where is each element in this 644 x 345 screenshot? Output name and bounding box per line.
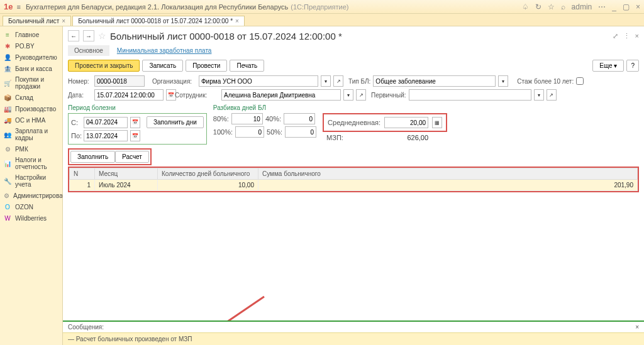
sidebar-item[interactable]: 🏦Банк и касса bbox=[0, 63, 62, 74]
sidebar-item[interactable]: 🛒Покупки и продажи bbox=[0, 74, 62, 92]
sidebar-item[interactable]: 🚚ОС и НМА bbox=[0, 114, 62, 126]
col-days[interactable]: Количество дней больничного bbox=[158, 168, 258, 180]
prim-dropdown-icon[interactable]: ▾ bbox=[534, 89, 544, 101]
type-dropdown-icon[interactable]: ▾ bbox=[498, 75, 508, 87]
p50-field[interactable] bbox=[285, 126, 316, 138]
to-cal-icon[interactable]: 📅 bbox=[130, 130, 140, 141]
sidebar-label: Банк и касса bbox=[15, 65, 52, 72]
minimize-icon[interactable]: _ bbox=[612, 3, 616, 11]
tab-doc-list[interactable]: Больничный лист × bbox=[3, 16, 71, 26]
print-button[interactable]: Печать bbox=[230, 60, 264, 72]
type-field[interactable] bbox=[373, 75, 496, 87]
sidebar-item[interactable]: OOZON bbox=[0, 201, 62, 212]
sidebar-item[interactable]: 👤Руководителю bbox=[0, 52, 62, 63]
p40-label: 40%: bbox=[265, 115, 281, 123]
sidebar-icon: 📊 bbox=[4, 160, 11, 167]
help-button[interactable]: ? bbox=[626, 60, 639, 72]
p40-field[interactable] bbox=[284, 113, 315, 124]
sidebar-label: Wildberries bbox=[15, 215, 47, 222]
col-month[interactable]: Месяц bbox=[95, 168, 158, 180]
sidebar-item[interactable]: 👥Зарплата и кадры bbox=[0, 126, 62, 143]
subtab-mzp-link[interactable]: Минимальная заработная плата bbox=[111, 45, 218, 56]
restore-icon[interactable]: ▢ bbox=[623, 3, 630, 11]
user-label[interactable]: admin bbox=[572, 3, 592, 11]
emp-field[interactable] bbox=[221, 89, 341, 101]
avg-box: Среднедневная: ▦ bbox=[323, 113, 447, 132]
sidebar-item[interactable]: 📊Налоги и отчетность bbox=[0, 155, 62, 172]
post-button[interactable]: Провести bbox=[186, 60, 227, 72]
sidebar-icon: 📦 bbox=[4, 94, 11, 101]
favorite-icon[interactable]: ☆ bbox=[98, 31, 106, 41]
avg-field[interactable] bbox=[384, 117, 428, 128]
emp-open-icon[interactable]: ↗ bbox=[356, 89, 366, 101]
message-line[interactable]: — Расчет больничных произведен от МЗП bbox=[68, 336, 639, 342]
date-field[interactable] bbox=[94, 89, 164, 101]
calc-button[interactable]: Расчет bbox=[115, 151, 149, 163]
search-icon[interactable]: ⌕ bbox=[561, 3, 565, 11]
tab-close-icon[interactable]: × bbox=[235, 18, 239, 25]
sidebar-item[interactable]: ≡Главное bbox=[0, 29, 62, 40]
from-cal-icon[interactable]: 📅 bbox=[130, 117, 140, 128]
sidebar-icon: ⚙ bbox=[4, 192, 9, 199]
message-text: Расчет больничных произведен от МЗП bbox=[76, 336, 192, 342]
col-sum[interactable]: Сумма больничного bbox=[258, 168, 638, 180]
sidebar-item[interactable]: ✱PO.BY bbox=[0, 40, 62, 52]
history-icon[interactable]: ↻ bbox=[535, 3, 541, 11]
tab-doc-current[interactable]: Больничный лист 0000-0018 от 15.07.2024 … bbox=[72, 16, 245, 26]
save-button[interactable]: Записать bbox=[142, 60, 183, 72]
prim-label: Первичный: bbox=[371, 92, 406, 99]
close-doc-icon[interactable]: × bbox=[635, 32, 639, 40]
tab-label: Больничный лист 0000-0018 от 15.07.2024 … bbox=[78, 18, 233, 25]
org-dropdown-icon[interactable]: ▾ bbox=[321, 75, 331, 87]
sidebar-label: OZON bbox=[15, 204, 33, 211]
subtab-main[interactable]: Основное bbox=[68, 45, 109, 56]
messages-close-icon[interactable]: × bbox=[635, 324, 639, 331]
sidebar-label: Склад bbox=[15, 94, 33, 101]
prim-field[interactable] bbox=[409, 89, 531, 101]
stazh-checkbox[interactable] bbox=[576, 77, 584, 85]
options-icon[interactable]: ⋯ bbox=[598, 3, 606, 11]
from-field[interactable] bbox=[84, 117, 128, 128]
avg-label: Среднедневная: bbox=[328, 119, 380, 126]
sidebar-item[interactable]: ⚙РМК bbox=[0, 143, 62, 155]
sidebar-item[interactable]: 🏭Производство bbox=[0, 103, 62, 114]
org-field[interactable] bbox=[199, 75, 318, 87]
org-open-icon[interactable]: ↗ bbox=[333, 75, 343, 87]
p80-field[interactable] bbox=[231, 113, 263, 124]
bell-icon[interactable]: ♤ bbox=[522, 3, 529, 11]
table-row[interactable]: 1 Июль 2024 10,00 201,90 bbox=[70, 180, 638, 191]
menu-icon[interactable]: ≡ bbox=[16, 3, 20, 11]
col-n[interactable]: N bbox=[70, 168, 95, 180]
number-field[interactable] bbox=[94, 75, 145, 87]
star-icon[interactable]: ☆ bbox=[548, 3, 555, 11]
sidebar-label: Настройки учета bbox=[15, 174, 58, 188]
emp-dropdown-icon[interactable]: ▾ bbox=[343, 89, 353, 101]
stazh-label: Стаж более 10 лет: bbox=[517, 78, 574, 85]
more-button[interactable]: Еще ▾ bbox=[592, 60, 624, 72]
post-close-button[interactable]: Провести и закрыть bbox=[68, 60, 140, 72]
sidebar-label: Налоги и отчетность bbox=[15, 156, 58, 170]
avg-calc-icon[interactable]: ▦ bbox=[432, 117, 442, 128]
p100-field[interactable] bbox=[235, 126, 264, 138]
number-label: Номер: bbox=[68, 78, 92, 85]
fill-button[interactable]: Заполнить bbox=[70, 151, 115, 163]
tab-close-icon[interactable]: × bbox=[62, 18, 65, 25]
menu-dots-icon[interactable]: ⋮ bbox=[623, 32, 630, 40]
fill-days-button[interactable]: Заполнить дни bbox=[147, 116, 204, 128]
to-field[interactable] bbox=[84, 130, 128, 141]
sidebar-item[interactable]: WWildberries bbox=[0, 212, 62, 224]
mzp-label: МЗП: bbox=[326, 134, 382, 141]
forward-button[interactable]: → bbox=[83, 30, 94, 41]
sidebar-icon: O bbox=[4, 203, 11, 211]
sidebar-item[interactable]: 🔧Настройки учета bbox=[0, 172, 62, 190]
expand-icon[interactable]: ⤢ bbox=[613, 32, 618, 40]
org-label: Организация: bbox=[152, 78, 196, 85]
p80-label: 80%: bbox=[213, 115, 229, 123]
sidebar-item[interactable]: ⚙Администрирование bbox=[0, 190, 62, 201]
back-button[interactable]: ← bbox=[68, 30, 79, 41]
sidebar-item[interactable]: 📦Склад bbox=[0, 92, 62, 103]
close-icon[interactable]: × bbox=[636, 3, 640, 11]
sidebar-icon: 🏭 bbox=[4, 105, 11, 112]
breakdown-header: Разбивка дней БЛ bbox=[213, 104, 316, 111]
prim-open-icon[interactable]: ↗ bbox=[547, 89, 557, 101]
